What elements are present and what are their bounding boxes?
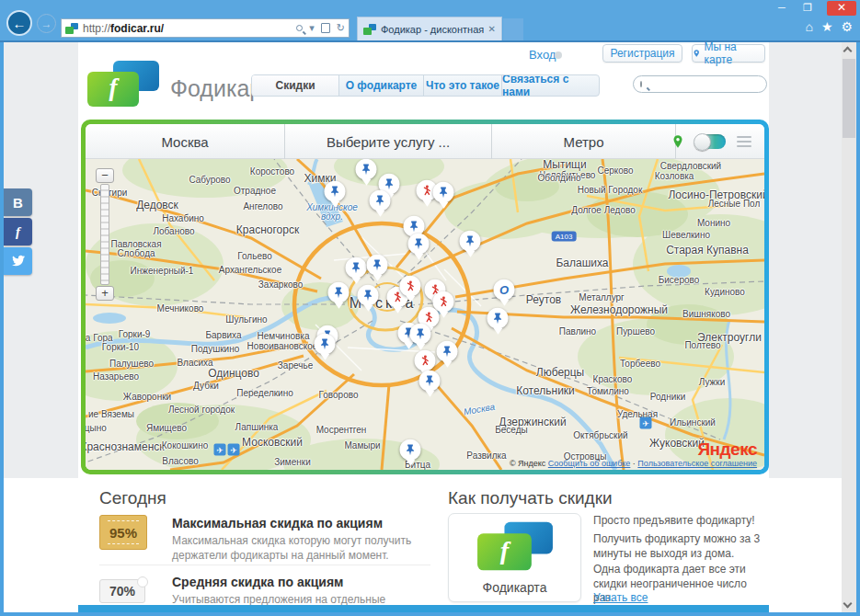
map-place-label: Реутов — [526, 293, 561, 306]
map-marker-pin[interactable] — [367, 255, 388, 276]
map-place-label: Родники — [650, 392, 685, 402]
map-place-label: Нахабино — [162, 213, 204, 223]
page-content: Вход Регистрация Мы на карте f Фодикар С… — [78, 42, 769, 616]
map-place-label: Переделкино — [236, 388, 293, 398]
map-place-label: Новоивановское — [247, 341, 318, 351]
tab-about-card[interactable]: О фодикарте — [339, 75, 424, 96]
settings-gear-icon[interactable]: ⚙ — [841, 19, 853, 34]
map-zoom-control: − + — [96, 168, 114, 301]
browser-tab[interactable]: Фодикар - дисконтная про... ✕ — [357, 17, 502, 40]
favorites-star-icon[interactable]: ★ — [821, 19, 833, 34]
map-place-label: Серково — [597, 165, 633, 176]
map-place-label: Монино — [697, 218, 730, 228]
zoom-in-button[interactable]: + — [96, 286, 114, 301]
url-scheme: http:// — [83, 22, 110, 35]
map-marker-person[interactable] — [400, 276, 421, 297]
map-marker-pin[interactable] — [346, 257, 367, 279]
map-place-label: Ямищево — [146, 423, 187, 433]
map-place-label: ицыно — [86, 423, 107, 433]
map-place-label: Сабурово — [189, 175, 230, 185]
map-marker-pin[interactable] — [315, 334, 336, 355]
list-view-icon[interactable] — [737, 136, 751, 147]
map-place-label: Жаворонки — [123, 392, 171, 402]
map-place-label: Немчиновка — [257, 331, 309, 341]
map-marker-pin[interactable] — [487, 308, 509, 329]
twitter-share-button[interactable] — [4, 247, 32, 275]
map-marker-pin[interactable] — [325, 181, 346, 202]
map-view-toggle[interactable] — [694, 134, 726, 149]
map-place-label: Шульгино — [225, 314, 267, 325]
home-icon[interactable]: ⌂ — [805, 19, 812, 34]
yandex-logo: Яндекс — [697, 439, 757, 460]
address-bar[interactable]: http://fodicar.ru/ ▾ ↻ — [61, 18, 350, 38]
site-logo[interactable]: f — [87, 61, 159, 107]
refresh-icon[interactable]: ↻ — [337, 22, 345, 34]
map-marker-pin[interactable] — [437, 341, 458, 362]
compatibility-icon[interactable] — [321, 23, 330, 33]
zoom-slider[interactable] — [100, 184, 109, 285]
zoom-out-button[interactable]: − — [96, 168, 114, 183]
map-place-label: Котельники — [516, 384, 575, 397]
register-button[interactable]: Регистрация — [602, 44, 682, 63]
max-discount-title: Максимальная скидка по акциям — [172, 516, 383, 530]
map-marker-pin[interactable] — [356, 159, 377, 180]
chevron-down-icon[interactable]: ▾ — [309, 22, 315, 34]
facebook-share-button[interactable]: f — [4, 218, 32, 245]
map-marker-pin[interactable] — [410, 324, 431, 345]
report-error-link[interactable]: Сообщить об ошибке — [548, 459, 631, 468]
maximize-button[interactable]: ❐ — [796, 1, 820, 16]
terms-link[interactable]: Пользовательское соглашение — [637, 459, 757, 468]
social-sidebar: В f — [4, 188, 32, 277]
how-heading: Как получать скидки — [448, 488, 613, 508]
city-dropdown[interactable]: Москва — [86, 124, 285, 159]
airport-icon: ✈ — [214, 444, 226, 456]
scroll-down-icon[interactable] — [843, 599, 853, 609]
search-input[interactable] — [647, 78, 781, 91]
metro-dropdown[interactable]: Метро — [492, 124, 676, 159]
map-place-label: Металлург — [579, 292, 624, 302]
close-button[interactable]: ✕ — [827, 1, 856, 16]
map-marker-pin[interactable] — [370, 190, 391, 211]
map-marker-person[interactable] — [415, 350, 436, 371]
map-marker-pin[interactable] — [400, 439, 421, 461]
forward-button[interactable]: → — [37, 14, 56, 33]
scrollbar-thumb[interactable] — [843, 59, 855, 138]
map-place-label: Старая Купавна — [666, 244, 749, 257]
tab-contact-us[interactable]: Связаться с нами — [502, 75, 599, 96]
tab-what-is-it[interactable]: Что это такое — [424, 75, 502, 96]
map-place-label: Пуршево — [616, 326, 655, 337]
map-marker-pin[interactable] — [433, 182, 454, 203]
copyright-text: © Яндекс — [510, 459, 545, 468]
map-place-label: Лобаново — [153, 226, 194, 236]
facebook-icon: f — [16, 224, 20, 240]
new-tab-button[interactable] — [503, 18, 523, 40]
service-dropdown[interactable]: Выберите услугу ... — [285, 124, 492, 159]
map-marker-pin[interactable] — [460, 231, 481, 252]
tab-discounts[interactable]: Скидки — [252, 75, 339, 96]
we-on-map-label: Мы на карте — [705, 42, 764, 66]
logo-green-card: f — [87, 72, 139, 107]
minimize-button[interactable]: ─ — [770, 1, 794, 16]
map-marker-oval[interactable]: О — [494, 279, 515, 301]
tab-close-icon[interactable]: ✕ — [488, 24, 496, 34]
vertical-scrollbar[interactable] — [842, 42, 856, 616]
register-label: Регистрация — [610, 47, 674, 60]
learn-more-link[interactable]: Узнать все — [593, 591, 648, 604]
today-heading: Сегодня — [99, 488, 166, 508]
vk-share-button[interactable]: В — [4, 188, 32, 216]
map-marker-pin[interactable] — [419, 371, 441, 392]
scroll-up-icon[interactable] — [843, 47, 853, 56]
max-discount-desc: Максимальная скидка которую могут получи… — [172, 533, 422, 563]
map-place-label: ие Вяземы — [88, 409, 134, 419]
map-marker-pin[interactable] — [408, 234, 430, 255]
map-marker-pin[interactable] — [358, 285, 379, 306]
map-marker-pin[interactable] — [328, 282, 350, 303]
map-area[interactable]: СнегириКоростовоСабуровоОтрадноеАнгелово… — [86, 159, 764, 470]
map-place-label: Ангелово — [243, 201, 282, 211]
login-link[interactable]: Вход — [529, 48, 556, 62]
map-place-label: Горки-10 — [102, 342, 139, 352]
search-icon[interactable] — [296, 25, 303, 31]
map-place-label: Московский — [242, 436, 303, 449]
we-on-map-button[interactable]: Мы на карте — [692, 44, 765, 63]
back-button[interactable]: ← — [6, 10, 32, 36]
